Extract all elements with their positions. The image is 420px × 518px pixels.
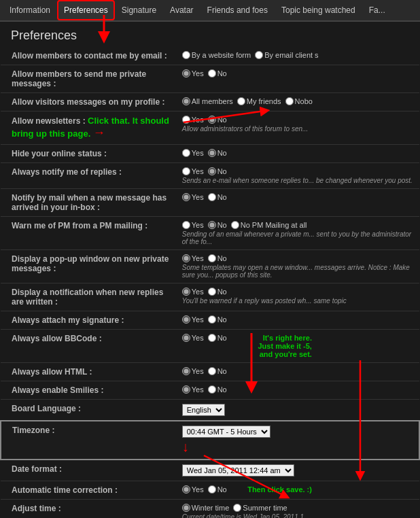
nav-item-avatar[interactable]: Avatar [163,0,200,20]
radio-my-friends[interactable] [237,97,245,105]
radio-notif-no[interactable] [208,288,216,296]
arrow-right-icon: → [93,126,105,139]
table-row: Allow members to contact me by email : B… [1,47,419,65]
radio-popup-no[interactable] [208,254,216,262]
notify-subtext: Sends an e-mail when someone replies to.… [182,177,414,184]
radio-inbox-no[interactable] [208,193,216,201]
radio-adjust-summer[interactable] [233,504,241,512]
row-value: Winter time Summer time Current date/tim… [177,500,419,519]
timezone-select[interactable]: 00:44 GMT - 5 Hours [182,426,270,438]
radio-newsletter-yes[interactable] [182,116,190,124]
row-label: Display a pop-up window on new private m… [1,250,177,283]
row-label: Always allow HTML : [1,363,177,381]
radio-online-yes[interactable] [182,149,190,157]
nav-item-signature[interactable]: Signature [115,0,163,20]
table-row: Adjust time : Winter time Summer time Cu… [1,500,419,519]
annotation-save: Then click save. :) [247,485,312,494]
nav-item-friends-foes[interactable]: Friends and foes [200,0,275,20]
radio-inbox-yes[interactable] [182,193,190,201]
radio-sig-no[interactable] [208,315,216,324]
notif-subtext: You'll be warned if a reply was posted w… [182,297,414,305]
table-row-timezone: Timezone : 00:44 GMT - 5 Hours ↓ [1,421,419,460]
row-label: Always notify me of replies : [1,163,177,189]
table-row: Always allow BBCode : Yes No It's right … [1,330,419,363]
row-label: Allow members to send me private message… [1,65,177,93]
radio-warnpm-no[interactable] [208,221,216,229]
row-label: Allow members to contact me by email : [1,47,177,65]
radio-newsletter-no[interactable] [208,116,216,124]
nav-item-preferences[interactable]: Preferences [57,0,115,20]
table-row: Automatic time correction : Yes No Then … [1,481,419,500]
row-label: Display a notification when new replies … [1,283,177,311]
radio-smilies-no[interactable] [208,385,216,394]
nav-item-fa[interactable]: Fa... [362,0,392,20]
newsletter-subtext: Allow administrators of this forum to se… [182,125,414,133]
top-navigation: Information Preferences Signature Avatar… [0,0,420,22]
radio-bbcode-no[interactable] [208,334,216,342]
table-row: Notify by mail when a new message has ar… [1,189,419,217]
radio-pm-no[interactable] [208,69,216,77]
row-label: Always enable Smilies : [1,381,177,400]
row-value: Yes No Sends an e-mail when someone repl… [177,163,419,189]
radio-notify-no[interactable] [208,167,216,175]
radio-sig-yes[interactable] [182,315,190,324]
row-label: Allow visitors messages on my profile : [1,93,177,111]
radio-pm-yes[interactable] [182,69,190,77]
radio-popup-yes[interactable] [182,254,190,262]
radio-html-yes[interactable] [182,367,190,375]
radio-warnpm-none[interactable] [231,221,239,229]
popup-subtext: Some templates may open a new window... … [182,264,414,279]
radio-warnpm-yes[interactable] [182,221,190,229]
row-label: Board Language : [1,400,177,421]
radio-html-no[interactable] [208,367,216,375]
radio-bbcode-yes[interactable] [182,334,190,342]
radio-autocorrect-no[interactable] [208,485,216,494]
row-value: Yes No [177,145,419,163]
row-value: Yes No Allow administrators of this foru… [177,111,419,145]
row-value: Wed Jan 05, 2011 12:44 am [177,460,419,481]
table-row: Allow newsletters : Click that. It shoul… [1,111,419,145]
radio-notif-yes[interactable] [182,288,190,296]
row-value: Yes No [177,189,419,217]
row-value: By a website form By email client s [177,47,419,65]
radio-nobody[interactable] [285,97,294,105]
row-label: Always attach my signature : [1,311,177,330]
radio-online-no[interactable] [208,149,216,157]
warnpm-subtext: Sending of an email whenever a private m… [182,230,414,245]
row-value: Yes No Some templates may open a new win… [177,250,419,283]
row-label: Notify by mail when a new message has ar… [1,189,177,217]
table-row: Hide your online status : Yes No [1,145,419,163]
radio-email-client[interactable] [255,51,263,59]
radio-all-members[interactable] [182,97,190,105]
radio-smilies-yes[interactable] [182,385,190,394]
row-label: Always allow BBCode : [1,330,177,363]
row-value: Yes No Then click save. :) [177,481,317,498]
table-row: Always enable Smilies : Yes No [1,381,419,400]
radio-notify-yes[interactable] [182,167,190,175]
adjust-subtext: Current date/time is Wed Jan 05, 2011 1.… [182,513,414,518]
row-label-timezone: Timezone : [1,421,177,460]
radio-website-form[interactable] [182,51,190,59]
date-format-select[interactable]: Wed Jan 05, 2011 12:44 am [182,464,294,477]
annotation-newsletters: Click that. It shouldbring up this page. [12,116,169,139]
row-value: Yes No No PM Mailing at all Sending of a… [177,217,419,250]
row-label: Automatic time correction : [1,481,177,500]
table-row: Allow visitors messages on my profile : … [1,93,419,111]
row-value: Yes No [177,381,419,400]
radio-adjust-winter[interactable] [182,504,190,512]
table-row: Display a notification when new replies … [1,283,419,311]
radio-autocorrect-yes[interactable] [182,485,190,494]
nav-item-topic-watched[interactable]: Topic being watched [275,0,362,20]
row-value: Yes No [177,65,419,93]
table-row: Board Language : English [1,400,419,421]
row-label: Hide your online status : [1,145,177,163]
arrow-down-icon: ↓ [182,439,413,455]
preferences-table: Allow members to contact me by email : B… [0,47,420,518]
row-value-timezone: 00:44 GMT - 5 Hours ↓ [177,421,419,460]
row-value: Yes No [177,363,419,381]
board-language-select[interactable]: English [182,404,225,416]
table-row: Display a pop-up window on new private m… [1,250,419,283]
preferences-content: Allow members to contact me by email : B… [0,47,420,518]
nav-item-information[interactable]: Information [3,0,57,20]
row-label: Date format : [1,460,177,481]
